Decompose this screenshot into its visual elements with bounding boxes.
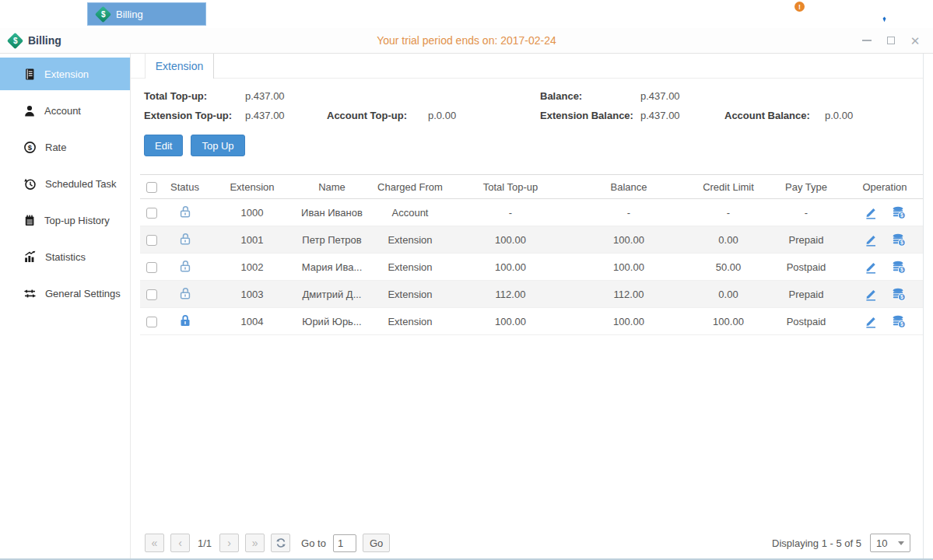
sidebar-item-general-settings[interactable]: General Settings [0, 277, 130, 310]
sidebar-item-extension[interactable]: Extension [0, 58, 130, 90]
app-title: Billing [28, 34, 61, 47]
cell-total-top-up: 100.00 [454, 254, 566, 281]
edit-pencil-icon[interactable] [864, 233, 878, 247]
topbar-tab-label: Billing [116, 9, 143, 20]
summary-value: p.0.00 [428, 110, 540, 121]
summary-value: p.437.00 [640, 90, 724, 102]
sidebar-item-label: General Settings [45, 288, 121, 299]
top-up-coins-icon[interactable] [892, 287, 906, 301]
billing-app-icon: $ [7, 32, 23, 48]
col-total-top-up: Total Top-up [454, 175, 566, 199]
sidebar-item-top-up-history[interactable]: Top-up History [0, 204, 130, 236]
first-page-button[interactable]: « [145, 534, 164, 552]
page-number-input[interactable] [333, 534, 356, 552]
row-checkbox[interactable] [146, 317, 157, 327]
summary-label: Balance: [540, 90, 640, 102]
sidebar-item-label: Account [44, 105, 81, 117]
statistics-chart-icon[interactable] [826, 2, 849, 26]
cell-extension: 1000 [206, 199, 298, 226]
cell-charged-from: Extension [366, 308, 454, 335]
cell-extension: 1004 [206, 308, 298, 335]
select-all-checkbox[interactable] [146, 182, 157, 193]
row-checkbox[interactable] [146, 289, 157, 300]
cell-charged-from: Account [366, 199, 454, 226]
cell-extension: 1001 [206, 226, 298, 254]
col-status: Status [163, 175, 206, 199]
cell-pay-type: Postpaid [766, 308, 847, 335]
cell-balance: 100.00 [566, 254, 691, 281]
cell-charged-from: Extension [366, 254, 454, 281]
top-up-coins-icon[interactable] [892, 260, 906, 274]
tab-strip: Extension [131, 54, 923, 79]
billing-summary: Total Top-up: p.437.00 Balance: p.437.00… [144, 90, 923, 121]
summary-label: Extension Balance: [540, 110, 640, 121]
edit-pencil-icon[interactable] [864, 287, 878, 301]
displaying-text: Displaying 1 - 5 of 5 [772, 537, 861, 549]
close-button[interactable]: ✕ [910, 35, 921, 46]
summary-label: Account Top-up: [327, 110, 428, 121]
col-operation: Operation [847, 175, 923, 199]
edit-pencil-icon[interactable] [864, 205, 878, 219]
top-up-coins-icon[interactable] [892, 233, 906, 247]
cell-extension: 1002 [206, 254, 298, 281]
cell-credit-limit: 100.00 [691, 308, 766, 335]
sidebar-item-account[interactable]: Account [0, 94, 130, 127]
summary-value: p.437.00 [245, 90, 327, 102]
cell-balance: 100.00 [566, 308, 691, 335]
maximize-button[interactable] [886, 35, 896, 46]
unlocked-icon [178, 259, 192, 273]
sidebar-item-rate[interactable]: $ Rate [0, 131, 130, 163]
refresh-button[interactable] [271, 534, 290, 552]
user-icon[interactable] [872, 2, 896, 26]
col-balance: Balance [566, 175, 691, 199]
sidebar-item-statistics[interactable]: Statistics [0, 240, 130, 273]
clock-icon [23, 177, 37, 191]
chevron-down-icon [898, 541, 904, 545]
sidebar-item-scheduled-task[interactable]: Scheduled Task [0, 167, 130, 200]
prev-page-button[interactable]: ‹ [170, 534, 190, 552]
table-row: 1004 Юрий Юрь... Extension 100.00 100.00… [140, 308, 923, 335]
notepad-icon [23, 214, 36, 227]
cell-credit-limit: 50.00 [691, 254, 766, 281]
ledger-icon [23, 68, 36, 81]
last-page-button[interactable]: » [245, 534, 265, 552]
go-button[interactable]: Go [363, 534, 390, 552]
dollar-diamond-icon: $ [95, 5, 111, 22]
minimize-button[interactable] [861, 35, 872, 46]
top-up-coins-icon[interactable] [892, 314, 906, 328]
table-row: 1000 Иван Иванов Account - - - - [140, 199, 923, 226]
next-page-button[interactable]: › [219, 534, 239, 552]
unlocked-icon [178, 232, 192, 246]
edit-pencil-icon[interactable] [864, 314, 878, 328]
cell-total-top-up: - [454, 199, 566, 226]
trial-notice: Your trial period ends on: 2017-02-24 [0, 34, 933, 47]
bar-chart-icon [23, 250, 37, 264]
cell-total-top-up: 112.00 [454, 281, 566, 308]
messages-icon[interactable]: ! [779, 2, 802, 26]
col-charged-from: Charged From [366, 175, 454, 199]
cell-charged-from: Extension [366, 226, 454, 254]
page-indicator: 1/1 [198, 537, 212, 549]
table-row: 1002 Мария Ива... Extension 100.00 100.0… [140, 254, 923, 281]
cell-balance: - [566, 199, 691, 226]
app-grid-icon[interactable] [30, 5, 48, 23]
edit-pencil-icon[interactable] [864, 260, 878, 274]
summary-label: Account Balance: [724, 110, 825, 121]
summary-label: Total Top-up: [144, 90, 245, 102]
top-up-coins-icon[interactable] [892, 205, 906, 219]
row-checkbox[interactable] [146, 262, 157, 273]
edit-button[interactable]: Edit [144, 135, 183, 156]
topbar-tab-billing[interactable]: $ Billing [87, 2, 206, 26]
main-panel: Extension Total Top-up: p.437.00 Balance… [131, 54, 924, 558]
top-up-button[interactable]: Top Up [191, 135, 244, 156]
row-checkbox[interactable] [146, 208, 157, 219]
titlebar: $ Billing Your trial period ends on: 201… [0, 28, 933, 54]
tab-extension[interactable]: Extension [145, 54, 214, 79]
row-checkbox[interactable] [146, 235, 157, 246]
col-pay-type: Pay Type [766, 175, 847, 199]
table-header-row: Status Extension Name Charged From Total… [140, 175, 923, 199]
page-size-select[interactable]: 10 [870, 534, 910, 552]
cell-credit-limit: - [691, 199, 766, 226]
cell-total-top-up: 100.00 [454, 226, 566, 254]
coin-icon: $ [23, 141, 37, 154]
